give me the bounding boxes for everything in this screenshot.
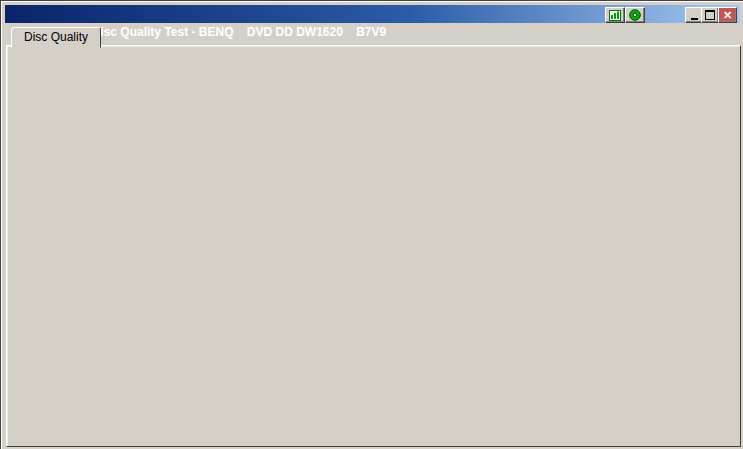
- titlebar[interactable]: CD Speed : Disc Quality Test - BENQ DVD …: [5, 5, 740, 23]
- maximize-button[interactable]: [701, 7, 719, 23]
- tab-pane: [6, 45, 741, 447]
- tab-disc-quality[interactable]: Disc Quality: [11, 27, 101, 48]
- disc-icon-button[interactable]: [625, 7, 645, 23]
- chart-icon-button[interactable]: [605, 7, 625, 23]
- tab-label: Disc Quality: [24, 30, 88, 44]
- maximize-icon: [705, 10, 715, 20]
- close-button[interactable]: ✕: [718, 7, 737, 23]
- disc-icon: [629, 9, 641, 21]
- app-window: CD Speed : Disc Quality Test - BENQ DVD …: [0, 0, 743, 449]
- close-icon: ✕: [723, 9, 732, 21]
- chart-icon: [609, 10, 621, 21]
- minimize-icon: [691, 18, 698, 20]
